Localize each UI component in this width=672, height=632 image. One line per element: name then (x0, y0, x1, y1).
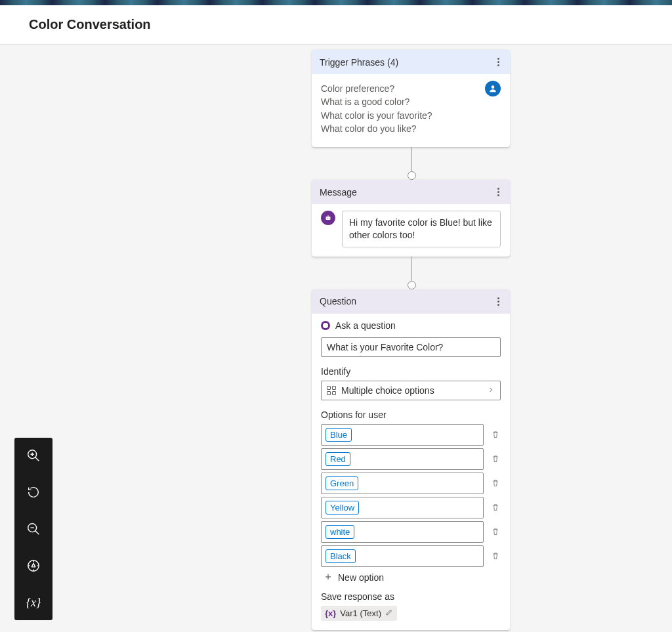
bot-icon (321, 211, 335, 225)
option-input[interactable]: white (321, 521, 484, 543)
option-input[interactable]: Red (321, 448, 484, 470)
option-row: Yellow (321, 497, 501, 518)
trigger-phrase: What is a good color? (321, 95, 501, 108)
variable-pill[interactable]: {x} Var1 (Text) (321, 606, 397, 621)
canvas-toolbar: {x} (14, 438, 52, 620)
option-row: Red (321, 448, 501, 470)
option-chip: Red (326, 452, 350, 466)
save-response-label: Save response as (321, 591, 501, 602)
variable-icon: {x} (325, 608, 336, 618)
svg-point-0 (492, 85, 495, 89)
trigger-phrase: What color is your favorite? (321, 109, 501, 122)
option-chip: Black (326, 549, 356, 563)
delete-option-icon[interactable] (490, 478, 501, 488)
options-list: Blue Red Green Yellow (321, 424, 501, 567)
identify-value: Multiple choice options (341, 385, 434, 396)
option-chip: white (326, 525, 354, 539)
plus-icon (324, 572, 333, 583)
svg-rect-4 (328, 215, 329, 217)
trigger-phrase: What color do you like? (321, 122, 501, 135)
fit-view-button[interactable] (25, 557, 42, 574)
options-label: Options for user (321, 410, 501, 420)
option-row: white (321, 521, 501, 543)
chevron-right-icon (487, 385, 495, 396)
question-node[interactable]: Question Ask a question Identify Multipl… (312, 289, 510, 630)
canvas[interactable]: Trigger Phrases (4) Color preference? Wh… (0, 45, 672, 632)
svg-point-3 (329, 218, 329, 219)
identify-label: Identify (321, 366, 501, 377)
question-input[interactable] (321, 337, 501, 357)
svg-line-12 (35, 531, 39, 535)
question-icon (321, 321, 330, 330)
trigger-header: Trigger Phrases (4) (312, 50, 510, 74)
zoom-out-button[interactable] (25, 520, 42, 537)
zoom-in-button[interactable] (25, 447, 42, 464)
pencil-icon[interactable] (385, 608, 393, 618)
connector (411, 257, 411, 285)
svg-point-2 (327, 218, 327, 219)
multiple-choice-icon (327, 386, 336, 395)
page-header: Color Conversation (0, 5, 672, 45)
message-more-icon[interactable] (495, 185, 502, 199)
message-header: Message (312, 180, 510, 204)
decorative-top-strip (0, 0, 672, 5)
option-row: Green (321, 473, 501, 494)
delete-option-icon[interactable] (490, 526, 501, 537)
new-option-button[interactable]: New option (321, 567, 501, 585)
user-icon (485, 81, 501, 96)
new-option-label: New option (338, 572, 384, 583)
trigger-more-icon[interactable] (495, 55, 502, 69)
question-header: Question (312, 289, 510, 314)
trigger-node[interactable]: Trigger Phrases (4) Color preference? Wh… (312, 50, 510, 147)
svg-marker-15 (32, 563, 35, 567)
variables-button[interactable]: {x} (25, 594, 42, 611)
ask-question-label: Ask a question (335, 320, 396, 331)
identify-select[interactable]: Multiple choice options (321, 381, 501, 400)
option-input[interactable]: Green (321, 473, 484, 494)
delete-option-icon[interactable] (490, 429, 501, 440)
delete-option-icon[interactable] (490, 453, 501, 464)
option-input[interactable]: Black (321, 545, 484, 567)
trigger-phrase: Color preference? (321, 82, 501, 95)
option-input[interactable]: Yellow (321, 497, 484, 518)
variable-name: Var1 (Text) (340, 608, 381, 618)
option-chip: Yellow (326, 501, 359, 515)
option-row: Black (321, 545, 501, 567)
page-title: Color Conversation (29, 17, 643, 32)
connector (411, 147, 411, 176)
option-row: Blue (321, 424, 501, 446)
trigger-header-label: Trigger Phrases (4) (320, 57, 398, 68)
option-chip: Blue (326, 428, 352, 442)
message-text[interactable]: Hi my favorite color is Blue! but like o… (342, 211, 501, 247)
option-input[interactable]: Blue (321, 424, 484, 446)
message-node[interactable]: Message Hi my favorite color is Blue! bu… (312, 180, 510, 257)
svg-rect-1 (326, 217, 331, 220)
question-more-icon[interactable] (495, 295, 502, 308)
message-header-label: Message (320, 187, 357, 198)
trigger-body: Color preference? What is a good color? … (312, 74, 510, 147)
delete-option-icon[interactable] (490, 551, 501, 561)
svg-line-8 (35, 457, 39, 461)
question-header-label: Question (320, 296, 356, 306)
reset-button[interactable] (25, 484, 42, 501)
option-chip: Green (326, 476, 358, 490)
delete-option-icon[interactable] (490, 502, 501, 513)
